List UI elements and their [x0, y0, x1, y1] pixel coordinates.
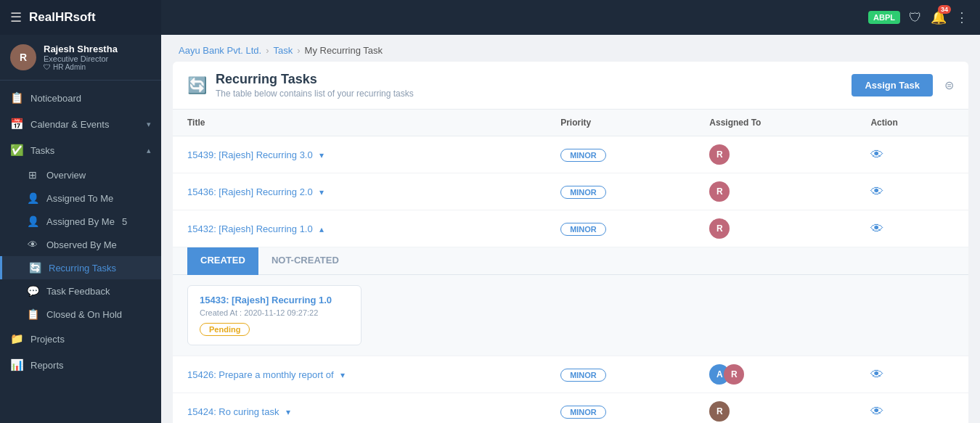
sidebar-item-closed-on-hold[interactable]: 📋 Closed & On Hold [0, 303, 161, 326]
sidebar-item-label: Overview [46, 170, 86, 181]
task-link[interactable]: 15439: [Rajesh] Recurring 3.0 [187, 149, 313, 160]
task-table: Title Priority Assigned To Action 15439:… [173, 110, 968, 423]
col-priority: Priority [546, 110, 695, 136]
task-card-date: Created At : 2020-11-12 09:27:22 [200, 308, 349, 317]
expanded-content-row: CREATED NOT-CREATED 15433: [Rajesh] Recu… [173, 247, 968, 356]
chevron-down-icon: ▾ [147, 120, 151, 129]
col-assigned-to: Assigned To [695, 110, 856, 136]
task-title-cell: 15432: [Rajesh] Recurring 1.0 ▴ [173, 210, 546, 247]
sidebar-item-overview[interactable]: ⊞ Overview [0, 163, 161, 186]
priority-cell: MINOR [546, 173, 695, 210]
shield-small-icon: 🛡 [44, 63, 51, 71]
tab-created[interactable]: CREATED [187, 247, 258, 275]
sidebar-item-label: Observed By Me [46, 239, 117, 250]
sidebar-item-projects[interactable]: 📁 Projects [0, 326, 161, 352]
sidebar-item-label: Tasks [30, 145, 139, 156]
task-link[interactable]: 15432: [Rajesh] Recurring 1.0 [187, 223, 313, 234]
tab-not-created[interactable]: NOT-CREATED [258, 247, 352, 275]
user-role: 🛡 HR Admin [44, 63, 118, 71]
priority-badge: MINOR [560, 369, 606, 382]
assigned-to-cell: R [695, 393, 856, 424]
assigned-to-cell: R [695, 136, 856, 173]
view-button[interactable]: 👁 [870, 147, 883, 162]
sidebar-item-label: Closed & On Hold [46, 309, 122, 320]
task-link[interactable]: 15426: Prepare a monthly report of [187, 369, 334, 380]
breadcrumb-org[interactable]: Aayu Bank Pvt. Ltd. [179, 45, 261, 56]
breadcrumb-current: My Recurring Task [305, 45, 383, 56]
col-title: Title [173, 110, 546, 136]
expanded-panel: CREATED NOT-CREATED 15433: [Rajesh] Recu… [173, 247, 968, 356]
avatar-group: R [709, 144, 841, 165]
avatar: R [709, 144, 730, 165]
view-button[interactable]: 👁 [870, 404, 883, 419]
sidebar-item-calendar[interactable]: 📅 Calendar & Events ▾ [0, 111, 161, 137]
expand-icon[interactable]: ▾ [319, 150, 324, 160]
main-content: ABPL 🛡 🔔 34 ⋮ Aayu Bank Pvt. Ltd. › Task… [161, 0, 980, 423]
user-info: Rajesh Shrestha Executive Director 🛡 HR … [44, 44, 118, 71]
breadcrumb: Aayu Bank Pvt. Ltd. › Task › My Recurrin… [161, 35, 980, 62]
assigned-by-me-badge: 5 [122, 216, 127, 227]
expand-icon[interactable]: ▾ [286, 407, 290, 417]
sidebar-item-assigned-to-me[interactable]: 👤 Assigned To Me [0, 186, 161, 210]
avatar: R [709, 181, 730, 202]
sidebar-user: R Rajesh Shrestha Executive Director 🛡 H… [0, 35, 161, 81]
recurring-icon: 🔄 [28, 262, 41, 274]
task-link[interactable]: 15424: Ro curing task [187, 406, 279, 417]
avatar-group: R [709, 181, 841, 202]
app-logo: RealHRsoft [29, 10, 96, 25]
priority-badge: MINOR [560, 149, 606, 162]
sidebar-item-label: Assigned By Me [46, 216, 115, 227]
sidebar-item-recurring-tasks[interactable]: 🔄 Recurring Tasks [0, 256, 161, 279]
action-cell: 👁 [856, 136, 968, 173]
sidebar-item-reports[interactable]: 📊 Reports [0, 352, 161, 378]
sidebar-item-label: Projects [30, 334, 151, 345]
task-title-cell: 15436: [Rajesh] Recurring 2.0 ▾ [173, 173, 546, 210]
table-row: 15439: [Rajesh] Recurring 3.0 ▾ MINOR R [173, 136, 968, 173]
task-title-cell: 15426: Prepare a monthly report of ▾ [173, 356, 546, 393]
table-row: 15436: [Rajesh] Recurring 2.0 ▾ MINOR R [173, 173, 968, 210]
view-button[interactable]: 👁 [870, 367, 883, 382]
sidebar-item-task-feedback[interactable]: 💬 Task Feedback [0, 279, 161, 303]
calendar-icon: 📅 [10, 118, 23, 131]
reports-icon: 📊 [10, 358, 23, 371]
hamburger-icon[interactable]: ☰ [10, 9, 22, 25]
collapse-icon[interactable]: ▴ [319, 224, 324, 234]
closed-icon: 📋 [26, 308, 39, 320]
chevron-up-icon: ▴ [147, 146, 151, 155]
assigned-to-cell: R [695, 210, 856, 247]
sidebar: ☰ RealHRsoft R Rajesh Shrestha Executive… [0, 0, 161, 423]
task-link[interactable]: 15436: [Rajesh] Recurring 2.0 [187, 186, 313, 197]
sidebar-item-label: Noticeboard [30, 93, 151, 104]
tasks-icon: ✅ [10, 144, 23, 157]
sidebar-item-noticeboard[interactable]: 📋 Noticeboard [0, 85, 161, 111]
avatar-group: R [709, 401, 841, 422]
more-options-icon[interactable]: ⋮ [955, 9, 968, 25]
view-button[interactable]: 👁 [870, 221, 883, 236]
priority-badge: MINOR [560, 406, 606, 419]
table-row: 15432: [Rajesh] Recurring 1.0 ▴ MINOR R [173, 210, 968, 247]
expand-icon[interactable]: ▾ [340, 370, 345, 380]
shield-icon[interactable]: 🛡 [909, 10, 922, 25]
sidebar-item-observed-by-me[interactable]: 👁 Observed By Me [0, 233, 161, 256]
breadcrumb-task[interactable]: Task [274, 45, 293, 56]
table-row: 15426: Prepare a monthly report of ▾ MIN… [173, 356, 968, 393]
expand-icon[interactable]: ▾ [319, 187, 324, 197]
view-button[interactable]: 👁 [870, 184, 883, 199]
breadcrumb-sep: › [266, 45, 269, 56]
noticeboard-icon: 📋 [10, 91, 23, 104]
filter-icon[interactable]: ⊜ [944, 78, 954, 92]
table-header-row: Title Priority Assigned To Action [173, 110, 968, 136]
task-title-cell: 15424: Ro curing task ▾ [173, 393, 546, 424]
action-cell: 👁 [856, 393, 968, 424]
content-area: Aayu Bank Pvt. Ltd. › Task › My Recurrin… [161, 35, 980, 423]
notification-bell[interactable]: 🔔 34 [931, 9, 947, 25]
sidebar-item-tasks[interactable]: ✅ Tasks ▴ [0, 137, 161, 163]
action-cell: 👁 [856, 210, 968, 247]
sidebar-item-assigned-by-me[interactable]: 👤 Assigned By Me 5 [0, 210, 161, 233]
assigned-to-cell: R [695, 173, 856, 210]
avatar-group: R [709, 218, 841, 239]
assigned-to-cell: A R [695, 356, 856, 393]
assign-task-button[interactable]: Assign Task [852, 74, 933, 96]
breadcrumb-sep: › [297, 45, 300, 56]
page-header-left: 🔄 Recurring Tasks The table below contai… [187, 72, 414, 99]
